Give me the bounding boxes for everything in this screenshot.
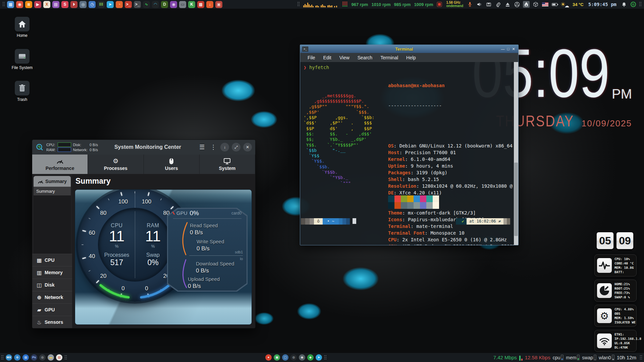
us-flag-icon[interactable]	[542, 1, 548, 8]
terminal-titlebar[interactable]: >_ Terminal — □ ✕	[300, 45, 518, 53]
notes-icon[interactable]: ▤	[52, 1, 59, 8]
panel-grip[interactable]	[297, 2, 300, 7]
telegram-icon[interactable]: ➤	[107, 1, 114, 8]
libreoffice-writer-icon[interactable]: ▤	[22, 354, 29, 361]
maximize-button[interactable]: □	[505, 47, 511, 51]
tab-users[interactable]: Users	[144, 155, 200, 174]
panel-grip[interactable]	[639, 2, 642, 7]
qr-scanner-icon[interactable]: ▩	[197, 1, 204, 8]
cpu-monitor-button[interactable]: cpu	[553, 355, 564, 360]
microphone-icon[interactable]	[467, 1, 473, 8]
desktop-icon-file-system[interactable]: File System	[8, 49, 36, 70]
toolbox-icon[interactable]: ▣	[215, 1, 222, 8]
panel-grip[interactable]	[2, 2, 5, 7]
photoshop-icon[interactable]: Ps	[31, 354, 37, 361]
eject-icon[interactable]	[504, 1, 511, 8]
tor-browser-icon[interactable]: ◉	[170, 1, 177, 8]
downloader-icon[interactable]: ↓	[206, 1, 213, 8]
browser-icon[interactable]: ◷	[89, 1, 96, 8]
obs-studio-icon[interactable]: ◎	[290, 354, 297, 361]
obs-tray-icon[interactable]	[514, 1, 520, 8]
document-edit-icon[interactable]: ▤	[56, 354, 62, 361]
panel-grip[interactable]	[64, 355, 67, 360]
panel-grip[interactable]	[324, 355, 327, 360]
app-grid-icon[interactable]: ▦	[7, 1, 14, 8]
smc-titlebar[interactable]: CPU: Disk:0 B/s RAM: Network:0 B/s Syste…	[32, 140, 255, 155]
volume-normalizer-icon[interactable]: G	[630, 1, 637, 8]
equalizer-icon[interactable]: ‖‖	[98, 1, 105, 8]
camera-icon[interactable]: ◉	[299, 354, 305, 361]
sidebar-subitem-summary[interactable]: Summary	[34, 187, 71, 195]
package-icon[interactable]: ▣	[274, 354, 280, 361]
battery-icon[interactable]	[551, 1, 558, 8]
darktable-icon[interactable]: D	[161, 1, 168, 8]
qgis-icon[interactable]: ◆	[307, 354, 314, 361]
cpu-freq-icon[interactable]	[436, 1, 443, 8]
media-player-icon[interactable]: ⏵	[70, 1, 77, 8]
record-icon[interactable]: ●	[265, 354, 272, 361]
clipboard-paperclip-icon[interactable]	[495, 1, 501, 8]
system-monitor-icon[interactable]: ◠	[152, 1, 159, 8]
firefox-icon[interactable]: ◔	[116, 1, 123, 8]
terminal-red-icon[interactable]: >_	[125, 1, 132, 8]
sidebar-item-summary[interactable]: Summary	[34, 176, 71, 187]
terminal-scrollbar[interactable]	[514, 62, 518, 245]
export-button[interactable]: ↓	[220, 143, 229, 152]
tab-processes[interactable]: ⚙ Processes	[88, 155, 144, 174]
expand-button[interactable]: ⤢	[232, 143, 240, 152]
panel-grip[interactable]	[640, 355, 642, 360]
peazip-icon[interactable]: ◎	[79, 1, 87, 8]
keepassxc-icon[interactable]: K	[188, 1, 195, 8]
tab-system[interactable]: System	[200, 155, 255, 174]
wlan-monitor-button[interactable]: wlan0	[599, 355, 614, 360]
search-icon[interactable]: ⊙	[14, 354, 20, 361]
terminal-gray-icon[interactable]: >_	[134, 1, 141, 8]
mem-monitor-button[interactable]: mem	[566, 355, 580, 360]
weather-icon[interactable]: ☀ ☁	[560, 1, 569, 8]
sidebar-item-network[interactable]: ⊕ Network	[32, 291, 72, 303]
file-cabinet-icon[interactable]: ▬	[48, 354, 54, 361]
notification-bell-icon[interactable]	[621, 1, 627, 8]
sidebar-item-cpu[interactable]: ▦ CPU	[32, 254, 72, 266]
volume-icon[interactable]	[476, 1, 483, 8]
close-button[interactable]: ✕	[511, 47, 516, 51]
panel-grip[interactable]	[1, 355, 4, 360]
menu-view[interactable]: View	[335, 55, 354, 60]
menu-search[interactable]: Search	[354, 55, 376, 60]
shotcut-icon[interactable]: S	[61, 1, 68, 8]
rss-icon[interactable]: ≋	[25, 1, 32, 8]
kebab-menu-icon[interactable]: ⋮	[209, 143, 218, 151]
telegram-icon[interactable]: ➤	[316, 354, 322, 361]
menu-help[interactable]: Help	[402, 55, 420, 60]
hamburger-menu-icon[interactable]: ☰	[198, 143, 206, 151]
desktop-icon-trash[interactable]: Trash	[8, 81, 36, 102]
flame-tray-icon[interactable]	[523, 1, 530, 8]
panel-clock[interactable]: 5:09:45 pm	[588, 2, 616, 7]
sidebar-item-memory[interactable]: ▥ Memory	[32, 266, 72, 279]
mx-menu-icon[interactable]: MX	[6, 354, 12, 361]
chrome-icon[interactable]: ◉	[16, 1, 23, 8]
tab-performance[interactable]: Performance	[32, 155, 88, 174]
xournal-icon[interactable]: X	[43, 1, 50, 8]
sidebar-item-disk[interactable]: ◫ Disk	[32, 279, 72, 291]
display-icon[interactable]: ▢	[282, 354, 288, 361]
archive-icon[interactable]: ▭	[179, 1, 186, 8]
menu-file[interactable]: File	[304, 55, 319, 60]
close-button[interactable]: ✕	[243, 143, 252, 152]
video-editor-icon[interactable]: ▶	[34, 1, 41, 8]
sidebar-item-sensors[interactable]: ♨ Sensors	[32, 316, 72, 328]
minimize-button[interactable]: —	[500, 47, 505, 51]
swap-monitor-button[interactable]: swap	[582, 355, 596, 360]
menu-edit[interactable]: Edit	[319, 55, 335, 60]
terminal-content[interactable]: ❯ hyfetch _,met$$$$$gg. ,g$$$$$$$$$$$$$$…	[300, 62, 518, 245]
obs-icon[interactable]: ◎	[39, 354, 46, 361]
package-box-icon[interactable]	[532, 1, 539, 8]
waveform-icon[interactable]: ∿	[143, 1, 150, 8]
sensor-led-icon[interactable]	[342, 1, 348, 8]
menu-terminal[interactable]: Terminal	[376, 55, 402, 60]
temperature[interactable]: 34 °C	[573, 2, 584, 7]
desktop-icon-home[interactable]: Home	[8, 17, 36, 38]
network-port-icon[interactable]	[485, 1, 492, 8]
cpu-history-graph[interactable]	[302, 1, 339, 8]
sidebar-item-gpu[interactable]: ▰ GPU	[32, 303, 72, 316]
